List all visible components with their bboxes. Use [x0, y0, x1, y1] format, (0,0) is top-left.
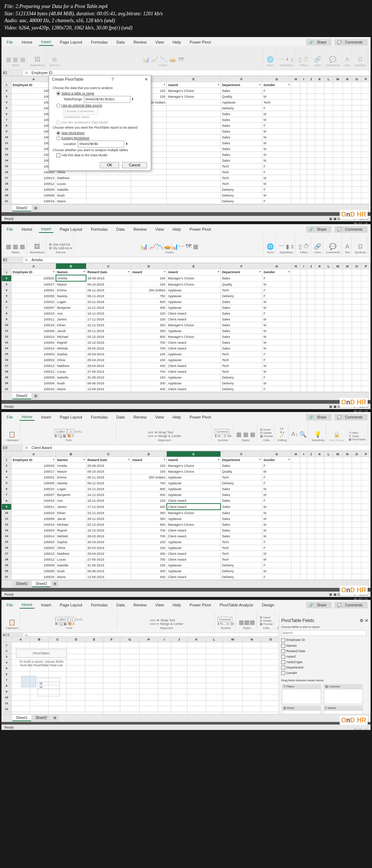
- cell[interactable]: 150: [131, 498, 167, 504]
- col-header[interactable]: B: [56, 263, 86, 269]
- row-header[interactable]: 2: [2, 275, 12, 281]
- cell[interactable]: Manager's Choice: [167, 522, 221, 528]
- paste-button[interactable]: 📋: [8, 431, 16, 438]
- cell[interactable]: 150: [131, 375, 167, 380]
- cell[interactable]: 31-05-2019: [86, 375, 131, 380]
- tab-analyze[interactable]: PivotTable Analyze: [218, 602, 255, 608]
- cell[interactable]: [67, 706, 85, 712]
- col-header[interactable]: M: [333, 451, 343, 457]
- cell[interactable]: [167, 129, 221, 134]
- symbols-icon[interactable]: Ω: [358, 56, 363, 63]
- cell[interactable]: M: [262, 158, 291, 163]
- cell[interactable]: Applause: [167, 375, 221, 380]
- cell[interactable]: Applause: [167, 328, 221, 334]
- cell[interactable]: Logan: [56, 486, 86, 492]
- cell[interactable]: [243, 683, 261, 689]
- sparklines-icon[interactable]: 〰 ▮ ±: [279, 56, 294, 63]
- tab-data[interactable]: Data: [114, 602, 127, 608]
- cell[interactable]: 100009: [12, 187, 56, 193]
- row-header[interactable]: 5: [2, 293, 12, 299]
- cell[interactable]: F: [262, 105, 291, 111]
- table-header[interactable]: Reward Date▾: [86, 269, 131, 275]
- tab-powerpivot[interactable]: Power Pivot: [187, 226, 213, 233]
- cell[interactable]: [243, 671, 261, 677]
- tab-powerpivot[interactable]: Power Pivot: [187, 39, 213, 45]
- cell[interactable]: Ethan: [56, 510, 86, 516]
- cell[interactable]: [261, 701, 280, 706]
- cell[interactable]: 29-09-2018: [86, 463, 131, 469]
- cell[interactable]: Tech: [221, 363, 262, 369]
- cell[interactable]: Mason: [56, 469, 86, 475]
- cell[interactable]: Rajesh: [56, 340, 86, 346]
- cell[interactable]: Sales: [221, 533, 262, 539]
- cell[interactable]: 29-09-2018: [86, 275, 131, 281]
- spark-col[interactable]: ▮: [286, 243, 289, 250]
- font-size[interactable]: 11: [68, 617, 75, 622]
- table-header[interactable]: Employee ID▾: [12, 269, 56, 275]
- row-header[interactable]: 5: [2, 480, 12, 486]
- cell[interactable]: [67, 677, 85, 683]
- cell[interactable]: [103, 683, 120, 689]
- cell[interactable]: [206, 642, 223, 648]
- row-header[interactable]: 19: [2, 375, 12, 380]
- cell[interactable]: Quality: [221, 281, 262, 287]
- tab-data[interactable]: Data: [114, 414, 127, 420]
- col-header[interactable]: B: [30, 637, 48, 642]
- cell[interactable]: [167, 181, 221, 187]
- col-header[interactable]: G: [262, 76, 291, 82]
- cell[interactable]: [120, 701, 140, 706]
- tab-home[interactable]: Home: [20, 601, 35, 609]
- cell[interactable]: 06-10-2018: [86, 281, 131, 287]
- cell[interactable]: [171, 683, 187, 689]
- cell[interactable]: 14-11-2018: [86, 492, 131, 498]
- cell[interactable]: Tech: [221, 351, 262, 357]
- cell[interactable]: Tech: [221, 545, 262, 551]
- table-header[interactable]: Department▾: [221, 82, 262, 88]
- cell[interactable]: Quality: [221, 469, 262, 475]
- cell[interactable]: Sales: [221, 522, 262, 528]
- cell[interactable]: 100004: [12, 340, 56, 346]
- row-header[interactable]: 8: [2, 311, 12, 316]
- cell[interactable]: [103, 689, 120, 695]
- row-header[interactable]: 16: [2, 357, 12, 363]
- table-header[interactable]: Names▾: [56, 457, 86, 463]
- ok-button[interactable]: OK: [100, 162, 119, 168]
- col-header[interactable]: M: [333, 263, 343, 269]
- cell[interactable]: [187, 677, 206, 683]
- row-header[interactable]: 20: [2, 568, 12, 574]
- cell[interactable]: [223, 648, 243, 654]
- row-header[interactable]: 7: [2, 117, 12, 123]
- row-header[interactable]: 13: [2, 340, 12, 346]
- grid[interactable]: ABCDEFGHIJKLMNOP1Employee ID▾Names▾Rewar…: [1, 263, 371, 392]
- cell[interactable]: Manager's Choice: [167, 469, 221, 475]
- cell[interactable]: 100: [131, 504, 167, 510]
- col-header[interactable]: J: [307, 263, 315, 269]
- sheet-tab[interactable]: Sheet2: [12, 205, 31, 211]
- cell[interactable]: Sales: [221, 146, 262, 152]
- tab-file[interactable]: File: [4, 602, 15, 608]
- tab-insert[interactable]: Insert: [39, 226, 53, 233]
- pivot-field[interactable]: Reward Date: [281, 649, 368, 654]
- table-button[interactable]: ▦: [20, 243, 25, 250]
- cell[interactable]: Tech: [221, 169, 262, 175]
- cell[interactable]: Mason: [56, 281, 86, 287]
- cell[interactable]: 100013: [12, 175, 56, 181]
- col-header[interactable]: O: [352, 451, 361, 457]
- cell[interactable]: [187, 671, 206, 677]
- cell[interactable]: 22-11-2018: [86, 510, 131, 516]
- cell[interactable]: [103, 677, 120, 683]
- cell[interactable]: 14-11-2018: [86, 305, 131, 311]
- cell[interactable]: Applause: [167, 357, 221, 363]
- checkbox-datamodel[interactable]: [56, 153, 60, 157]
- cell[interactable]: Applause: [167, 351, 221, 357]
- tab-help[interactable]: Help: [170, 414, 183, 420]
- cell[interactable]: Manager's Choice: [167, 334, 221, 340]
- link[interactable]: 🔗: [314, 243, 321, 250]
- cell[interactable]: [261, 654, 280, 660]
- cell[interactable]: 800: [131, 522, 167, 528]
- cell[interactable]: 100002: [12, 545, 56, 551]
- cell[interactable]: [158, 695, 171, 701]
- cell[interactable]: 17-11-2018: [86, 316, 131, 322]
- cell[interactable]: [158, 701, 171, 706]
- cell[interactable]: Delivery: [221, 375, 262, 380]
